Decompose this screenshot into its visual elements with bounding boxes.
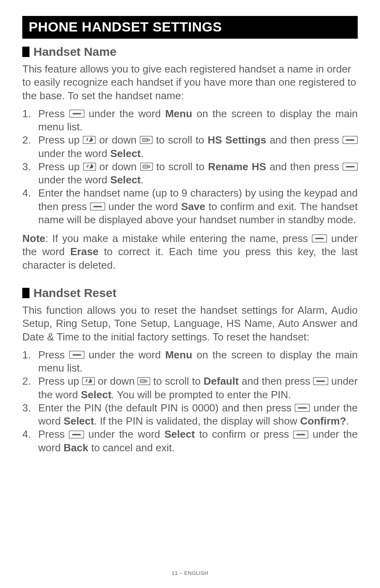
step-1: Press under the word Menu on the screen … (22, 107, 358, 134)
softkey-icon (69, 110, 84, 118)
softkey-icon (343, 136, 358, 144)
softkey-icon (313, 377, 328, 385)
up-icon (83, 163, 96, 171)
up-icon (82, 377, 95, 385)
step-4: Press under the word Select to confirm o… (22, 428, 358, 454)
softkey-icon (295, 404, 310, 412)
handset-name-intro: This feature allows you to give each reg… (22, 63, 358, 102)
step-3: Press up or down to scroll to Rename HS … (22, 160, 358, 187)
step-3: Enter the PIN (the default PIN is 0000) … (22, 401, 358, 428)
handset-name-note: Note: If you make a mistake while enteri… (22, 232, 358, 272)
softkey-icon (343, 163, 358, 171)
step-2: Press up or down to scroll to HS Setting… (22, 134, 358, 160)
up-icon (83, 136, 96, 144)
bullet-icon (22, 47, 29, 57)
step-1: Press under the word Menu on the screen … (22, 348, 358, 375)
step-4: Enter the handset name (up to 9 characte… (22, 187, 358, 226)
softkey-icon (69, 351, 84, 359)
softkey-icon (90, 203, 105, 210)
softkey-icon (293, 431, 308, 439)
page-title: PHONE HANDSET SETTINGS (22, 16, 358, 39)
handset-reset-steps: Press under the word Menu on the screen … (22, 348, 358, 454)
handset-reset-intro: This function allows you to reset the ha… (22, 304, 358, 344)
softkey-icon (69, 431, 84, 439)
handset-reset-heading: Handset Reset (22, 286, 358, 300)
page-footer: 11 – ENGLISH (0, 570, 380, 576)
section-heading-text: Handset Reset (33, 286, 116, 300)
down-icon (140, 163, 153, 171)
section-heading-text: Handset Name (33, 45, 116, 59)
softkey-icon (312, 234, 327, 242)
down-icon (137, 377, 150, 385)
step-2: Press up or down to scroll to Default an… (22, 375, 358, 401)
handset-name-heading: Handset Name (22, 45, 358, 59)
down-icon (140, 136, 153, 144)
bullet-icon (22, 288, 29, 298)
handset-name-steps: Press under the word Menu on the screen … (22, 107, 358, 226)
